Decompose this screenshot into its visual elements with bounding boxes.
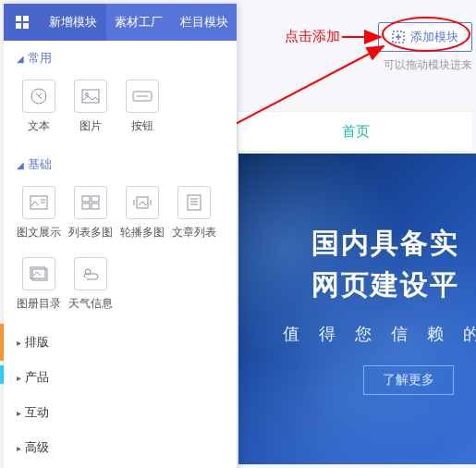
hero-banner: 国内具备实 网页建设平 值 得 您 信 赖 的 了解更多 [238, 154, 476, 464]
hero-line1: 国内具备实 [256, 225, 459, 263]
tile-label: 图文展示 [17, 225, 61, 240]
tile-carousel[interactable]: 轮播多图 [116, 186, 168, 240]
tile-label: 天气信息 [68, 296, 113, 312]
section-label: 基础 [28, 156, 52, 173]
tile-button[interactable]: 按钮 [116, 80, 168, 134]
tiles-basic-2: 图册目录 天气信息 [4, 253, 237, 325]
grid-icon[interactable] [4, 4, 41, 41]
add-module-button[interactable]: 添加模块 [378, 22, 472, 52]
callout-click-add: 点击添加 [285, 28, 340, 45]
module-panel: 新增模块 素材工厂 栏目模块 ◢常用 文本 图片 按钮 ◢基础 图文展示 列表多… [4, 4, 237, 468]
add-module-label: 添加模块 [410, 29, 458, 45]
tile-text[interactable]: 文本 [13, 80, 65, 134]
svg-rect-5 [82, 90, 99, 103]
svg-rect-3 [23, 23, 29, 29]
text-icon [22, 80, 55, 113]
svg-rect-15 [92, 203, 99, 209]
tile-weather[interactable]: 天气信息 [65, 257, 116, 312]
svg-rect-2 [16, 23, 21, 29]
section-interact[interactable]: ▸互动 [4, 395, 237, 430]
img-text-icon [22, 186, 55, 219]
section-label: 产品 [25, 369, 49, 386]
svg-rect-12 [82, 196, 90, 202]
svg-rect-1 [23, 16, 29, 21]
section-label: 高级 [25, 439, 49, 456]
tile-label: 列表多图 [68, 225, 113, 240]
tile-article-list[interactable]: 文章列表 [168, 186, 220, 240]
nav-home[interactable]: 首页 [342, 123, 370, 141]
panel-tabs: 新增模块 素材工厂 栏目模块 [4, 4, 237, 41]
tab-new-module[interactable]: 新增模块 [41, 4, 106, 41]
hero-cta[interactable]: 了解更多 [363, 365, 454, 395]
svg-rect-17 [188, 195, 201, 210]
tile-label: 文章列表 [172, 225, 216, 240]
nav-bar: 首页 [238, 111, 472, 152]
tile-image[interactable]: 图片 [65, 80, 116, 134]
tile-list-img[interactable]: 列表多图 [65, 186, 116, 240]
section-layout[interactable]: ▸排版 [4, 325, 237, 360]
right-top: 添加模块 可以拖动模块进来 [378, 22, 472, 73]
weather-icon [74, 257, 107, 290]
tab-column[interactable]: 栏目模块 [171, 4, 237, 41]
section-advanced[interactable]: ▸高级 [4, 430, 237, 465]
svg-rect-16 [137, 197, 148, 208]
svg-point-6 [86, 93, 89, 96]
hero-sub: 值 得 您 信 赖 的 [238, 323, 476, 345]
tile-label: 图册目录 [17, 296, 61, 312]
section-common[interactable]: ◢常用 [4, 41, 237, 76]
tile-label: 图片 [79, 118, 102, 134]
tiles-basic-1: 图文展示 列表多图 轮播多图 文章列表 [4, 182, 237, 253]
album-icon [22, 257, 55, 290]
svg-rect-13 [92, 196, 99, 202]
drag-hint: 可以拖动模块进来 [384, 57, 472, 73]
add-dashed-icon [392, 31, 405, 43]
svg-rect-0 [16, 16, 21, 21]
tile-album[interactable]: 图册目录 [13, 257, 65, 312]
article-icon [177, 186, 211, 219]
tile-label: 轮播多图 [120, 225, 165, 240]
tab-material[interactable]: 素材工厂 [106, 4, 172, 41]
tile-img-text[interactable]: 图文展示 [13, 186, 65, 240]
button-icon [126, 80, 159, 113]
tile-label: 文本 [28, 118, 50, 134]
section-label: 排版 [25, 334, 49, 351]
section-product[interactable]: ▸产品 [4, 360, 237, 395]
tile-label: 按钮 [131, 118, 153, 134]
section-basic[interactable]: ◢基础 [4, 147, 237, 182]
carousel-icon [126, 186, 159, 219]
svg-rect-14 [82, 203, 90, 209]
hero-line2: 网页建设平 [256, 266, 459, 304]
list-img-icon [74, 186, 107, 219]
tiles-common: 文本 图片 按钮 [4, 76, 237, 147]
section-label: 互动 [25, 404, 49, 421]
image-icon [74, 80, 107, 113]
section-label: 常用 [28, 50, 52, 67]
